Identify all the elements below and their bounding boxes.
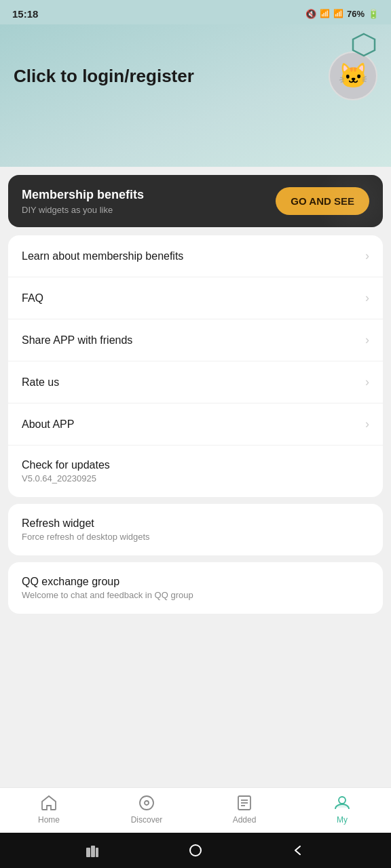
home-icon <box>39 793 58 812</box>
home-button[interactable] <box>188 843 203 858</box>
svg-rect-9 <box>91 846 95 857</box>
qq-group-subtitle: Welcome to chat and feedback in QQ group <box>22 590 193 600</box>
my-label: My <box>337 815 348 825</box>
check-updates-item[interactable]: Check for updates V5.0.64_20230925 <box>8 446 383 497</box>
chevron-right-icon: › <box>365 249 369 263</box>
status-bar: 15:18 🔇 📶 📶 76% 🔋 <box>0 0 391 24</box>
status-icons: 🔇 📶 📶 76% 🔋 <box>305 9 379 19</box>
hex-icon[interactable] <box>350 31 377 58</box>
menu-section-1: Learn about membership benefits › FAQ › … <box>8 235 383 497</box>
version-label: V5.0.64_20230925 <box>22 473 110 484</box>
menu-section-2: Refresh widget Force refresh of desktop … <box>8 504 383 555</box>
added-label: Added <box>233 815 257 825</box>
svg-rect-10 <box>96 848 98 857</box>
avatar: 🐱 <box>329 52 377 100</box>
membership-text: Membership benefits DIY widgets as you l… <box>22 188 144 215</box>
my-icon <box>333 793 352 812</box>
discover-label: Discover <box>131 815 163 825</box>
chevron-right-icon: › <box>365 417 369 431</box>
header-area: Click to login/register 🐱 <box>0 24 391 167</box>
membership-title: Membership benefits <box>22 188 144 202</box>
nav-item-my[interactable]: My <box>293 793 391 825</box>
share-app-title: Share APP with friends <box>22 334 132 347</box>
qq-group-title: QQ exchange group <box>22 576 193 588</box>
svg-point-2 <box>145 801 149 805</box>
svg-marker-0 <box>353 34 375 56</box>
login-title: Click to login/register <box>14 66 318 87</box>
login-section[interactable]: Click to login/register 🐱 <box>14 52 377 100</box>
go-see-button[interactable]: GO AND SEE <box>276 187 369 215</box>
avatar-ghost-icon: 🐱 <box>338 62 369 90</box>
about-app-title: About APP <box>22 418 74 431</box>
faq-item[interactable]: FAQ › <box>8 277 383 319</box>
svg-point-7 <box>339 797 346 804</box>
share-app-item[interactable]: Share APP with friends › <box>8 319 383 361</box>
signal-icon: 📶 <box>333 9 343 18</box>
chevron-right-icon: › <box>365 333 369 347</box>
membership-subtitle: DIY widgets as you like <box>22 205 144 215</box>
recent-apps-button[interactable] <box>85 843 100 858</box>
about-app-item[interactable]: About APP › <box>8 403 383 446</box>
battery-icon: 🔋 <box>368 9 379 19</box>
nav-item-discover[interactable]: Discover <box>98 793 196 825</box>
status-time: 15:18 <box>12 8 38 20</box>
membership-card: Membership benefits DIY widgets as you l… <box>8 175 383 227</box>
rate-us-item[interactable]: Rate us › <box>8 361 383 403</box>
added-icon <box>235 793 254 812</box>
refresh-widget-subtitle: Force refresh of desktop widgets <box>22 532 150 542</box>
refresh-widget-item[interactable]: Refresh widget Force refresh of desktop … <box>8 504 383 555</box>
svg-rect-8 <box>86 848 90 857</box>
back-button[interactable] <box>291 843 306 858</box>
learn-membership-title: Learn about membership benefits <box>22 250 183 262</box>
discover-icon <box>137 793 156 812</box>
qq-group-item[interactable]: QQ exchange group Welcome to chat and fe… <box>8 562 383 614</box>
check-updates-title: Check for updates <box>22 459 110 471</box>
mute-icon: 🔇 <box>305 9 316 19</box>
nav-item-home[interactable]: Home <box>0 793 98 825</box>
wifi-icon: 📶 <box>320 9 330 18</box>
svg-rect-11 <box>190 845 201 856</box>
learn-membership-item[interactable]: Learn about membership benefits › <box>8 235 383 277</box>
battery-label: 76% <box>347 9 365 19</box>
faq-title: FAQ <box>22 292 43 304</box>
menu-section-3: QQ exchange group Welcome to chat and fe… <box>8 562 383 614</box>
main-content: Learn about membership benefits › FAQ › … <box>0 227 391 787</box>
chevron-right-icon: › <box>365 375 369 389</box>
chevron-right-icon: › <box>365 291 369 305</box>
bottom-nav: Home Discover Added <box>0 787 391 833</box>
rate-us-title: Rate us <box>22 376 59 389</box>
system-nav-bar <box>0 833 391 868</box>
svg-point-1 <box>140 796 153 810</box>
nav-item-added[interactable]: Added <box>196 793 293 825</box>
refresh-widget-title: Refresh widget <box>22 517 150 530</box>
home-label: Home <box>38 815 60 825</box>
